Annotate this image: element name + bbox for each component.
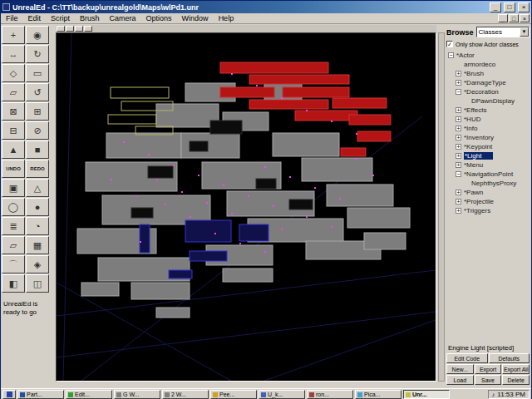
tree-item-armordeco[interactable]: armordeco <box>446 60 530 69</box>
map-gray-brush[interactable] <box>364 233 406 249</box>
plus-expander-icon[interactable]: + <box>456 126 461 131</box>
brush-clip-tool[interactable]: ⊠ <box>2 102 25 121</box>
light-actor-marker[interactable] <box>181 191 183 193</box>
polygon-tool[interactable]: ⊞ <box>26 102 49 121</box>
tree-item-triggers[interactable]: +*Triggers <box>446 206 530 215</box>
map-blue-brush[interactable] <box>239 224 268 241</box>
menu-file[interactable]: File <box>1 14 23 22</box>
zoom-tool[interactable]: ◉ <box>26 26 49 44</box>
only-actor-classes-checkbox[interactable]: ✓ Only show Actor classes <box>446 41 530 47</box>
spiral-stairs-brush-tool[interactable]: ◔ <box>26 217 49 235</box>
light-actor-marker[interactable] <box>306 216 308 218</box>
light-actor-marker[interactable] <box>273 205 274 207</box>
map-viewport[interactable] <box>56 32 436 382</box>
map-red-brush[interactable] <box>220 87 274 97</box>
light-actor-marker[interactable] <box>356 158 357 160</box>
rotate-tool[interactable]: ↻ <box>26 45 49 63</box>
light-actor-marker[interactable] <box>289 176 291 178</box>
map-blue-brush[interactable] <box>169 270 192 278</box>
tray-icon[interactable]: ♪ <box>492 392 495 397</box>
add-brush-tool[interactable]: ▲ <box>2 140 25 159</box>
cylinder-brush-tool[interactable]: ◯ <box>2 198 25 216</box>
plus-expander-icon[interactable]: + <box>456 135 461 140</box>
minus-expander-icon[interactable]: − <box>448 52 454 58</box>
menu-camera[interactable]: Camera <box>105 14 141 22</box>
map-gray-brush[interactable] <box>156 308 190 318</box>
subtract-brush-tool[interactable]: ■ <box>26 140 49 159</box>
mdi-restore-button[interactable]: □ <box>509 14 519 22</box>
map-blue-brush[interactable] <box>185 220 231 242</box>
map-gray-brush[interactable] <box>347 208 410 228</box>
map-red-brush[interactable] <box>249 75 349 84</box>
viewport-scrollbar[interactable] <box>438 32 445 382</box>
map-gray-brush[interactable] <box>223 268 273 282</box>
editcode-button[interactable]: Edit Code <box>446 353 488 363</box>
light-actor-marker[interactable] <box>356 133 357 135</box>
light-actor-marker[interactable] <box>339 198 341 200</box>
tree-item-dpawndisplay[interactable]: DPawnDisplay <box>446 96 530 106</box>
extruder-brush-tool[interactable]: ◧ <box>2 274 25 293</box>
load-button[interactable]: Load <box>446 375 474 385</box>
texture-pan-tool[interactable]: ▱ <box>2 83 25 101</box>
camera-move-tool[interactable]: + <box>2 26 25 44</box>
mdi-minimize-button[interactable]: _ <box>498 14 508 22</box>
map-red-brush[interactable] <box>349 115 391 125</box>
map-dark-brush[interactable] <box>256 179 276 189</box>
light-actor-marker[interactable] <box>223 185 224 186</box>
tree-item-decoration[interactable]: −*Decoration <box>446 87 530 96</box>
light-actor-marker[interactable] <box>281 229 283 230</box>
taskbar-item[interactable]: 2 W... <box>162 390 209 399</box>
light-actor-marker[interactable] <box>140 241 141 243</box>
light-actor-marker[interactable] <box>173 165 175 166</box>
taskbar-item[interactable]: Part... <box>17 390 64 399</box>
plus-expander-icon[interactable]: + <box>456 80 461 86</box>
light-actor-marker[interactable] <box>198 175 200 176</box>
plus-expander-icon[interactable]: + <box>456 116 461 122</box>
viewport-top-button[interactable] <box>66 26 74 32</box>
map-dark-brush[interactable] <box>131 208 153 218</box>
map-dark-brush[interactable] <box>289 200 313 209</box>
menu-options[interactable]: Options <box>141 14 177 22</box>
map-dark-brush[interactable] <box>210 121 242 134</box>
close-button[interactable]: × <box>518 2 530 12</box>
delete-button[interactable]: Delete <box>502 375 530 385</box>
tree-item-menu[interactable]: +*Menu <box>446 160 530 170</box>
checkbox-icon[interactable]: ✓ <box>446 41 453 47</box>
new-button[interactable]: New... <box>446 364 474 374</box>
map-blue-brush[interactable] <box>140 224 150 253</box>
tree-item-pawn[interactable]: +*Pawn <box>446 188 530 197</box>
texture-rotate-tool[interactable]: ↺ <box>26 83 49 101</box>
light-actor-marker[interactable] <box>123 141 125 143</box>
cone-brush-tool[interactable]: △ <box>26 179 49 197</box>
taskbar-item[interactable]: Pee... <box>210 390 257 399</box>
light-actor-marker[interactable] <box>148 154 150 155</box>
map-red-brush[interactable] <box>249 100 328 109</box>
move-actor-tool[interactable]: ↔ <box>2 45 25 63</box>
tree-item-projectile[interactable]: +*Projectile <box>446 197 530 206</box>
tree-item-damagetype[interactable]: +*DamageType <box>446 78 530 87</box>
light-actor-marker[interactable] <box>248 195 249 197</box>
exportall-button[interactable]: Export All <box>502 364 530 374</box>
map-red-brush[interactable] <box>220 62 328 73</box>
mdi-close-button[interactable]: × <box>520 14 530 22</box>
defaults-button[interactable]: Defaults <box>489 353 530 363</box>
light-actor-marker[interactable] <box>239 243 241 244</box>
quick-launch-button[interactable] <box>2 390 16 399</box>
light-actor-marker[interactable] <box>111 179 112 180</box>
browser-type-dropdown[interactable]: Classes ▼ <box>476 27 530 37</box>
plus-expander-icon[interactable]: + <box>456 144 461 150</box>
light-actor-marker[interactable] <box>264 166 266 168</box>
light-actor-marker[interactable] <box>281 97 283 99</box>
taskbar-item[interactable]: Pica... <box>355 390 401 399</box>
map-gray-brush[interactable] <box>131 283 190 299</box>
light-actor-marker[interactable] <box>135 195 137 197</box>
volumetric-brush-tool[interactable]: ◈ <box>26 255 49 273</box>
viewport-side-button[interactable] <box>84 26 92 32</box>
redo-button[interactable]: REDO <box>26 160 49 178</box>
menu-brush[interactable]: Brush <box>75 14 105 22</box>
map-blue-brush[interactable] <box>190 251 227 261</box>
plus-expander-icon[interactable]: + <box>456 208 461 214</box>
light-actor-marker[interactable] <box>372 175 374 176</box>
map-dark-brush[interactable] <box>148 166 173 178</box>
tree-item-navigationpoint[interactable]: −*NavigationPoint <box>446 170 530 179</box>
